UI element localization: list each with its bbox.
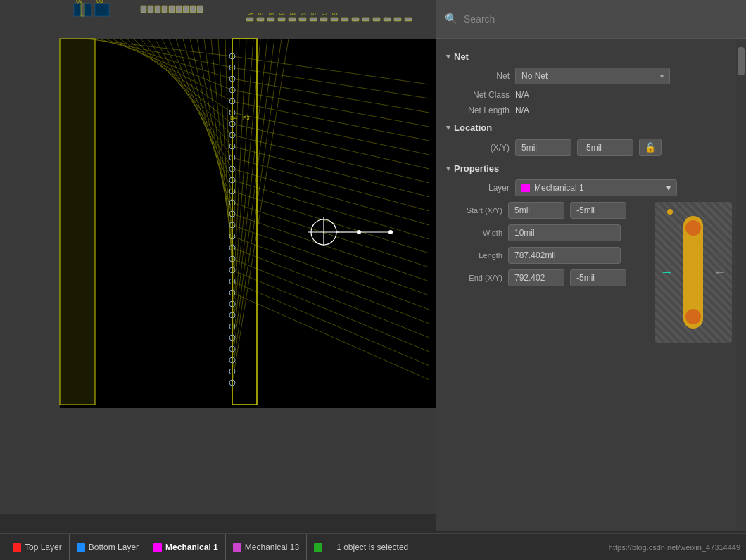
layer-color-swatch [521,184,530,192]
svg-rect-12 [169,6,175,13]
svg-rect-32 [405,18,412,21]
svg-rect-8 [141,6,146,13]
width-row: Width [446,224,647,241]
svg-text:U3: U3 [96,0,103,4]
svg-rect-11 [162,6,167,13]
layer-chip-bottom[interactable]: Bottom Layer [70,534,146,560]
mechanical1-label: Mechanical 1 [165,542,218,552]
top-layer-swatch [13,543,21,552]
layer-chip-mechanical13[interactable]: Mechanical 13 [226,534,307,560]
search-input[interactable] [464,13,738,25]
scroll-track[interactable] [736,39,746,531]
net-class-value: N/A [515,90,529,100]
net-collapse-arrow[interactable]: ▾ [446,52,450,61]
pcb-canvas-area[interactable]: U2 U3 R8 R7 R6 R4 R9 R5 R1 R2 R3 [0,0,436,514]
svg-rect-27 [352,18,359,21]
net-label: Net [446,71,510,81]
layer-dropdown[interactable]: Mechanical 1 ▾ [515,179,677,196]
scroll-thumb[interactable] [738,47,745,75]
mechanical1-swatch [153,543,162,552]
svg-rect-18 [257,18,264,21]
location-y-input[interactable] [577,139,633,156]
right-panel: 🔍 ▾ Net Net No Net ▾ Net Class [436,0,746,531]
end-y-input[interactable] [570,269,626,286]
svg-text:R2: R2 [322,12,327,16]
svg-rect-9 [148,6,153,13]
svg-rect-23 [310,18,317,21]
length-input[interactable] [508,247,621,264]
net-row: Net No Net ▾ [446,68,732,84]
svg-text:R9: R9 [290,12,296,16]
svg-rect-7 [95,4,109,16]
net-dropdown-arrow: ▾ [660,72,664,80]
start-label: Start (X/Y) [446,206,502,215]
svg-rect-25 [331,18,338,21]
svg-rect-19 [267,18,274,21]
start-y-input[interactable] [570,202,626,219]
layer-value: Mechanical 1 [534,183,584,193]
svg-text:R7: R7 [258,12,264,16]
location-section-title: Location [454,122,492,133]
svg-text:R1: R1 [311,12,317,16]
width-label: Width [446,229,502,237]
svg-rect-2 [0,0,436,39]
layer-chip-top[interactable]: Top Layer [6,534,70,560]
svg-rect-44 [60,39,95,405]
svg-text:D4: D4 [230,115,238,121]
svg-rect-20 [278,18,285,21]
length-label: Length [446,251,502,260]
end-xy-row: End (X/Y) [446,269,647,286]
svg-rect-26 [341,18,348,21]
location-x-input[interactable] [515,139,571,156]
svg-rect-29 [373,18,380,21]
vis-left-arrow-icon: → [660,265,673,280]
length-row: Length [446,247,647,264]
width-input[interactable] [508,224,621,241]
net-class-row: Net Class N/A [446,90,732,100]
svg-rect-24 [320,18,327,21]
svg-text:R4: R4 [279,12,285,16]
svg-point-133 [357,230,361,234]
extra-swatch [314,543,322,552]
layer-row: Layer Mechanical 1 ▾ [446,179,732,196]
location-collapse-arrow[interactable]: ▾ [446,123,450,132]
status-text: 1 object is selected [336,542,408,552]
vis-right-arrow-icon: ← [714,265,726,280]
location-xy-label: (X/Y) [446,143,510,153]
svg-rect-16 [197,6,203,13]
svg-rect-17 [246,18,253,21]
end-x-input[interactable] [508,269,564,286]
net-length-value: N/A [515,106,529,115]
svg-text:R5: R5 [301,12,306,16]
net-section-title: Net [454,51,469,62]
net-length-label: Net Length [446,106,510,115]
url-text: https://blog.csdn.net/weixin_47314449 [609,543,740,552]
vis-track-shape [683,216,703,329]
statusbar: Top Layer Bottom Layer Mechanical 1 Mech… [0,533,746,560]
location-lock-button[interactable]: 🔓 [639,139,662,156]
svg-rect-21 [289,18,296,21]
svg-rect-6 [81,4,84,16]
svg-rect-22 [299,18,306,21]
svg-text:R3: R3 [332,12,338,16]
properties-collapse-arrow[interactable]: ▾ [446,164,450,173]
properties-double-row: Start (X/Y) Width Length [446,202,732,343]
layer-chip-mechanical1[interactable]: Mechanical 1 [146,534,226,560]
start-x-input[interactable] [508,202,564,219]
properties-section-header: ▾ Properties [446,163,732,174]
bottom-layer-swatch [77,543,85,552]
vis-top-pad [685,220,701,236]
svg-rect-15 [190,6,196,13]
svg-text:U2: U2 [76,0,82,4]
left-properties: Start (X/Y) Width Length [446,202,647,292]
mechanical13-swatch [233,543,241,552]
net-dropdown[interactable]: No Net ▾ [515,68,670,84]
search-icon: 🔍 [445,13,458,25]
layer-chip-extra[interactable] [307,534,329,560]
svg-text:P3: P3 [243,115,250,121]
svg-rect-13 [176,6,182,13]
net-class-label: Net Class [446,90,510,100]
location-xy-row: (X/Y) 🔓 [446,139,732,156]
net-length-row: Net Length N/A [446,106,732,115]
layer-label: Layer [446,183,510,193]
